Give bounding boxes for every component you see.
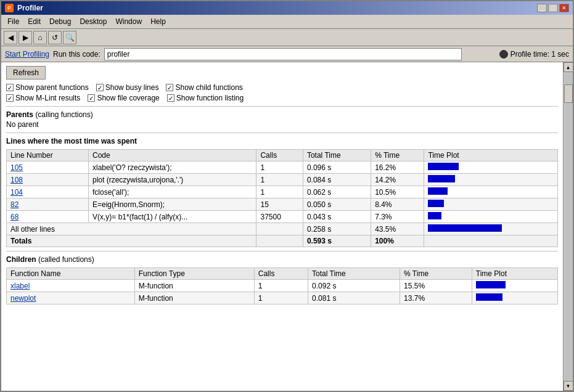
start-profiling-link[interactable]: Start Profiling <box>5 50 49 59</box>
checkbox-listing-icon: ✓ <box>167 94 174 102</box>
line-calls: 1 <box>256 161 303 174</box>
other-calls <box>256 223 303 235</box>
line-total-time: 0.043 s <box>303 211 371 223</box>
line-link[interactable]: 108 <box>7 174 89 186</box>
search-button[interactable]: 🔍 <box>63 31 76 44</box>
child-col-type: Function Type <box>134 268 254 280</box>
checkbox-show-listing[interactable]: ✓ Show function listing <box>167 94 244 102</box>
content-area: Refresh ✓ Show parent functions ✓ Show b… <box>1 62 563 391</box>
child-total-time: 0.092 s <box>308 280 400 292</box>
main-window: P Profiler _ □ ✕ File Edit Debug Desktop… <box>0 0 574 392</box>
checkbox-mlint-icon: ✓ <box>6 94 14 102</box>
forward-button[interactable]: ▶ <box>18 31 32 44</box>
line-pct-time: 16.2% <box>371 161 424 174</box>
totals-time-plot <box>424 235 558 247</box>
child-total-time: 0.081 s <box>308 292 400 304</box>
line-total-time: 0.050 s <box>303 198 371 211</box>
children-subtitle: (called functions) <box>38 255 94 264</box>
child-time-plot <box>472 292 557 304</box>
menu-edit[interactable]: Edit <box>24 16 44 27</box>
line-pct-time: 14.2% <box>371 174 424 186</box>
checkbox-busy-icon: ✓ <box>96 84 104 91</box>
profile-time: Profile time: 1 sec <box>499 50 569 59</box>
scrollbar-thumb[interactable] <box>564 84 573 103</box>
lines-table: Line Number Code Calls Total Time % Time… <box>6 149 558 247</box>
checkbox-parent-icon: ✓ <box>6 84 14 91</box>
child-col-time: Total Time <box>308 268 400 280</box>
scrollbar-track[interactable] <box>564 72 573 381</box>
parents-subtitle: (calling functions) <box>35 110 92 119</box>
menu-file[interactable]: File <box>4 16 23 27</box>
col-total-time: Total Time <box>303 150 371 161</box>
checkbox-show-child[interactable]: ✓ Show child functions <box>166 83 242 92</box>
line-total-time: 0.096 s <box>303 161 371 174</box>
menu-window[interactable]: Window <box>112 16 146 27</box>
children-section: Children (called functions) Function Nam… <box>6 255 558 304</box>
parents-section: Parents (calling functions) No parent <box>6 110 558 129</box>
home-button[interactable]: ⌂ <box>33 31 47 44</box>
run-code-input[interactable] <box>104 48 462 60</box>
line-link[interactable]: 104 <box>7 186 89 198</box>
child-col-pct: % Time <box>400 268 472 280</box>
checkbox-busy-label: Show busy lines <box>105 83 159 92</box>
run-code-label: Run this code: <box>53 50 100 59</box>
checkbox-show-coverage[interactable]: ✓ Show file coverage <box>88 94 159 102</box>
line-calls: 1 <box>256 174 303 186</box>
scroll-down-button[interactable]: ▼ <box>564 381 573 391</box>
line-code: E=eig(Hnorm,Snorm); <box>89 198 256 211</box>
line-time-plot <box>424 186 558 198</box>
table-row: 82 E=eig(Hnorm,Snorm); 15 0.050 s 8.4% <box>7 198 558 211</box>
window-title: Profiler <box>17 4 43 12</box>
menu-help[interactable]: Help <box>147 16 170 27</box>
other-pct-time: 43.5% <box>371 223 424 235</box>
line-calls: 1 <box>256 186 303 198</box>
col-line-number: Line Number <box>7 150 89 161</box>
profiler-bar: Start Profiling Run this code: Profile t… <box>1 46 573 62</box>
parents-content: No parent <box>6 120 558 129</box>
line-pct-time: 10.5% <box>371 186 424 198</box>
refresh-toolbar-button[interactable]: ↺ <box>48 31 62 44</box>
maximize-button[interactable]: □ <box>548 4 558 12</box>
divider-1 <box>6 106 558 107</box>
checkbox-show-parent[interactable]: ✓ Show parent functions <box>6 83 89 92</box>
child-name-link[interactable]: xlabel <box>7 280 135 292</box>
checkbox-show-busy[interactable]: ✓ Show busy lines <box>96 83 159 92</box>
minimize-button[interactable]: _ <box>537 4 547 12</box>
table-row: 105 xlabel('O? rzeczywista'); 1 0.096 s … <box>7 161 558 174</box>
children-title: Children (called functions) <box>6 255 558 264</box>
divider-2 <box>6 133 558 133</box>
col-time-plot: Time Plot <box>424 150 558 161</box>
child-type: M-function <box>134 280 254 292</box>
child-name-link[interactable]: newplot <box>7 292 135 304</box>
child-calls: 1 <box>254 292 308 304</box>
line-link[interactable]: 105 <box>7 161 89 174</box>
child-table-row: xlabel M-function 1 0.092 s 15.5% <box>7 280 558 292</box>
table-row: 108 plot (rzeczywista,urojona,'.') 1 0.0… <box>7 174 558 186</box>
checkbox-mlint-label: Show M-Lint results <box>15 94 80 102</box>
checkbox-coverage-label: Show file coverage <box>97 94 159 102</box>
title-bar: P Profiler _ □ ✕ <box>1 1 573 15</box>
checkbox-show-mlint[interactable]: ✓ Show M-Lint results <box>6 94 80 102</box>
line-calls: 15 <box>256 198 303 211</box>
line-link[interactable]: 68 <box>7 211 89 223</box>
menu-desktop[interactable]: Desktop <box>76 16 110 27</box>
menu-debug[interactable]: Debug <box>46 16 75 27</box>
close-button[interactable]: ✕ <box>559 4 569 12</box>
refresh-button[interactable]: Refresh <box>6 66 46 80</box>
line-total-time: 0.084 s <box>303 174 371 186</box>
child-col-calls: Calls <box>254 268 308 280</box>
scroll-up-button[interactable]: ▲ <box>564 62 573 72</box>
line-code: V(x,y)= b1*(fact(1) / (alfy(x)... <box>89 211 256 223</box>
line-link[interactable]: 82 <box>7 198 89 211</box>
line-code: fclose('all'); <box>89 186 256 198</box>
checkbox-listing-label: Show function listing <box>176 94 244 102</box>
child-type: M-function <box>134 292 254 304</box>
back-button[interactable]: ◀ <box>4 31 17 44</box>
child-time-plot <box>472 280 557 292</box>
checkbox-coverage-icon: ✓ <box>88 94 95 102</box>
profile-time-label: Profile time: 1 sec <box>510 50 569 59</box>
window-controls: _ □ ✕ <box>537 4 569 12</box>
child-table-row: newplot M-function 1 0.081 s 13.7% <box>7 292 558 304</box>
line-calls: 37500 <box>256 211 303 223</box>
other-time-plot <box>424 223 558 235</box>
